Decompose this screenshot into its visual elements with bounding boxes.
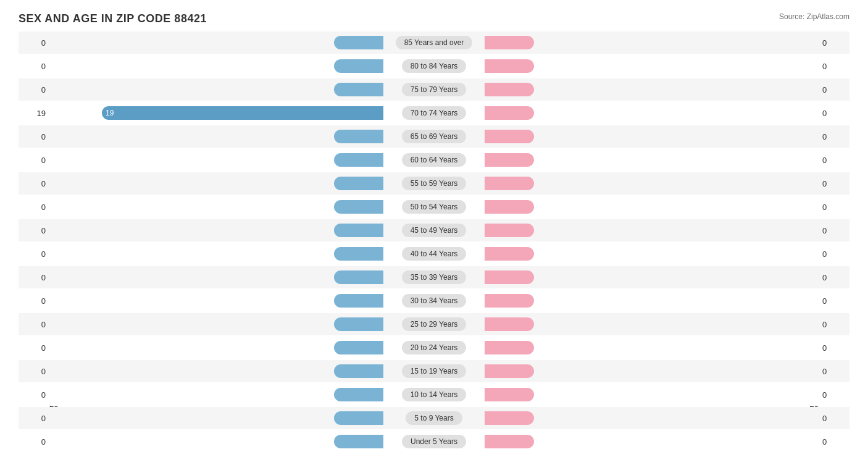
chart-row: 0 25 to 29 Years 0 — [19, 313, 849, 335]
chart-row: 0 55 to 59 Years 0 — [19, 172, 849, 195]
age-label: 15 to 19 Years — [402, 364, 467, 378]
right-bar-area — [483, 290, 819, 312]
female-bar — [485, 388, 534, 401]
female-value: 0 — [819, 249, 849, 259]
right-bar-area — [483, 243, 819, 265]
chart-row: 0 85 Years and over 0 — [19, 31, 849, 54]
label-area: Under 5 Years — [385, 435, 483, 448]
male-bar — [334, 317, 383, 331]
bar-section: 85 Years and over — [49, 31, 819, 54]
age-label: 35 to 39 Years — [402, 270, 467, 284]
left-bar-area — [49, 172, 385, 195]
female-bar — [485, 364, 534, 378]
male-value: 0 — [19, 437, 49, 447]
male-bar — [334, 435, 383, 448]
female-value: 0 — [819, 273, 849, 282]
female-value: 0 — [819, 132, 849, 141]
male-value: 0 — [19, 85, 49, 94]
male-value: 0 — [19, 343, 49, 353]
left-bar-area — [49, 243, 385, 265]
male-bar — [334, 247, 383, 261]
male-bar — [334, 36, 383, 49]
left-bar-area — [49, 31, 385, 54]
age-label: 40 to 44 Years — [402, 247, 467, 261]
bar-section: 30 to 34 Years — [49, 290, 819, 312]
label-area: 65 to 69 Years — [385, 130, 483, 143]
chart-row: 19 19 70 to 74 Years 0 — [19, 102, 849, 124]
age-label: 85 Years and over — [396, 36, 473, 49]
bar-section: 5 to 9 Years — [49, 407, 819, 429]
age-label: 45 to 49 Years — [402, 224, 467, 237]
label-area: 70 to 74 Years — [385, 106, 483, 120]
female-bar — [485, 317, 534, 331]
chart-row: 0 50 to 54 Years 0 — [19, 196, 849, 218]
chart-row: 0 5 to 9 Years 0 — [19, 407, 849, 429]
female-bar — [485, 177, 534, 190]
female-bar — [485, 83, 534, 96]
age-label: 5 to 9 Years — [406, 411, 462, 425]
male-bar — [334, 130, 383, 143]
female-bar — [485, 224, 534, 237]
male-bar — [334, 388, 383, 401]
bar-section: 10 to 14 Years — [49, 384, 819, 406]
age-label: 80 to 84 Years — [402, 59, 467, 73]
male-value: 0 — [19, 132, 49, 141]
female-value: 0 — [819, 62, 849, 71]
left-bar-area — [49, 313, 385, 335]
female-bar — [485, 435, 534, 448]
right-bar-area — [483, 430, 819, 453]
label-area: 50 to 54 Years — [385, 200, 483, 214]
age-label: 60 to 64 Years — [402, 153, 467, 167]
male-value: 0 — [19, 226, 49, 235]
female-value: 0 — [819, 38, 849, 48]
bar-section: 50 to 54 Years — [49, 196, 819, 218]
age-label: 20 to 24 Years — [402, 341, 467, 354]
bar-section: 25 to 29 Years — [49, 313, 819, 335]
age-label: 50 to 54 Years — [402, 200, 467, 214]
female-bar — [485, 106, 534, 120]
left-bar-area — [49, 149, 385, 171]
age-label: 10 to 14 Years — [402, 388, 467, 401]
bar-section: 15 to 19 Years — [49, 360, 819, 382]
female-value: 0 — [819, 109, 849, 118]
label-area: 40 to 44 Years — [385, 247, 483, 261]
left-bar-area — [49, 430, 385, 453]
bar-section: 35 to 39 Years — [49, 266, 819, 288]
female-value: 0 — [819, 367, 849, 376]
age-label: 75 to 79 Years — [402, 83, 467, 96]
left-bar-area — [49, 78, 385, 101]
male-bar — [334, 411, 383, 425]
bar-section: 60 to 64 Years — [49, 149, 819, 171]
male-value: 0 — [19, 273, 49, 282]
age-label: 65 to 69 Years — [402, 130, 467, 143]
female-bar — [485, 59, 534, 73]
age-label: 70 to 74 Years — [402, 106, 467, 120]
female-bar — [485, 130, 534, 143]
female-bar — [485, 247, 534, 261]
male-value: 0 — [19, 390, 49, 400]
male-value: 0 — [19, 38, 49, 48]
female-value: 0 — [819, 390, 849, 400]
label-area: 75 to 79 Years — [385, 83, 483, 96]
chart-title: SEX AND AGE IN ZIP CODE 88421 — [19, 12, 849, 25]
label-area: 60 to 64 Years — [385, 153, 483, 167]
left-bar-area — [49, 337, 385, 359]
bar-section: 65 to 69 Years — [49, 125, 819, 148]
label-area: 30 to 34 Years — [385, 294, 483, 308]
chart-row: 0 Under 5 Years 0 — [19, 430, 849, 453]
right-bar-area — [483, 149, 819, 171]
male-value: 19 — [19, 109, 49, 118]
male-bar — [334, 224, 383, 237]
left-bar-area — [49, 290, 385, 312]
male-bar: 19 — [102, 106, 383, 120]
male-value: 0 — [19, 296, 49, 306]
right-bar-area — [483, 55, 819, 77]
male-value: 0 — [19, 62, 49, 71]
chart-row: 0 40 to 44 Years 0 — [19, 243, 849, 265]
label-area: 10 to 14 Years — [385, 388, 483, 401]
left-bar-area — [49, 219, 385, 241]
left-bar-area — [49, 55, 385, 77]
female-bar — [485, 200, 534, 214]
right-bar-area — [483, 125, 819, 148]
chart-row: 0 35 to 39 Years 0 — [19, 266, 849, 288]
